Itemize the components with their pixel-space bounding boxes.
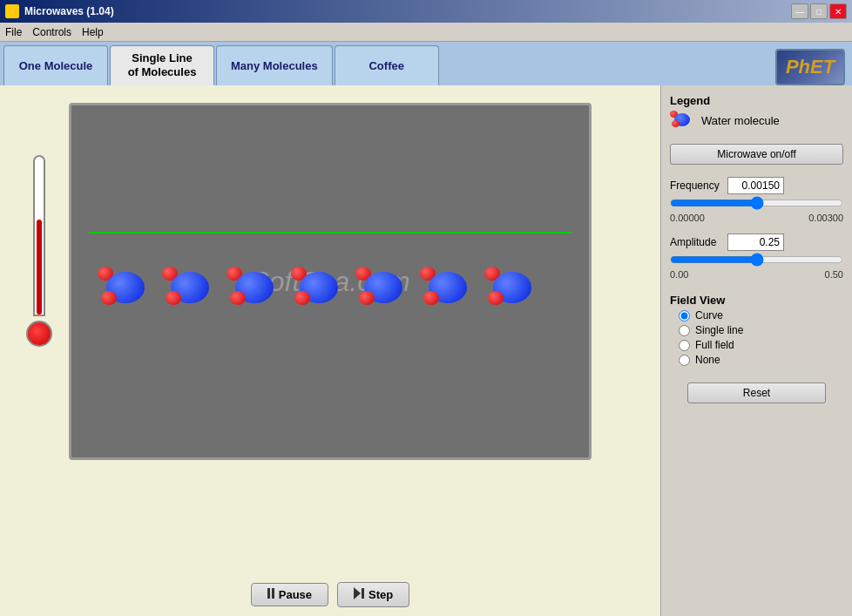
right-panel: Legend Water molecule Microwave on/off F… <box>660 85 852 616</box>
water-molecule-5 <box>355 267 411 308</box>
title-bar: ⚡ Microwaves (1.04) — □ ✕ <box>0 0 852 23</box>
frequency-section: Frequency 0.00000 0.00300 <box>670 175 843 225</box>
step-button[interactable]: Step <box>337 582 409 607</box>
bottom-controls: Pause Step <box>0 572 660 616</box>
step-label: Step <box>369 588 393 601</box>
water-molecule-6 <box>420 267 476 308</box>
field-view-label: Field View <box>670 294 843 307</box>
none-label[interactable]: None <box>695 354 720 366</box>
menu-help[interactable]: Help <box>82 26 104 38</box>
maximize-button[interactable]: □ <box>810 3 828 19</box>
tab-one-molecule[interactable]: One Molecule <box>3 45 108 85</box>
frequency-slider[interactable] <box>670 196 843 210</box>
single-line-label[interactable]: Single line <box>695 324 743 336</box>
legend-title: Legend <box>670 94 843 107</box>
hydrogen-atom <box>423 291 439 305</box>
window-title: Microwaves (1.04) <box>24 5 114 17</box>
thermometer-fill <box>37 220 42 315</box>
water-molecule-4 <box>291 267 347 308</box>
hydrogen-atom <box>488 291 504 305</box>
hydrogen-atom <box>101 291 117 305</box>
hydrogen-atom <box>230 291 246 305</box>
water-molecule-2 <box>162 267 218 308</box>
phet-logo: PhET <box>775 49 845 85</box>
tab-coffee[interactable]: Coffee <box>335 45 439 85</box>
thermometer-bulb <box>26 321 52 347</box>
tab-many-molecules[interactable]: Many Molecules <box>216 45 333 85</box>
field-option-full-field: Full field <box>670 339 843 351</box>
minimize-button[interactable]: — <box>791 3 808 19</box>
water-molecule-1 <box>98 267 153 308</box>
pause-label: Pause <box>279 588 312 601</box>
simulation-area: SoftSea.com <box>69 103 592 460</box>
field-option-single-line: Single line <box>670 324 843 336</box>
menu-file[interactable]: File <box>5 26 22 38</box>
legend-molecule-icon <box>670 111 694 130</box>
field-option-curve: Curve <box>670 309 843 322</box>
frequency-label: Frequency <box>670 179 722 192</box>
full-field-radio[interactable] <box>679 340 690 351</box>
freq-max-label: 0.00300 <box>808 213 843 223</box>
water-molecule-7 <box>484 267 540 308</box>
field-view-section: Field View Curve Single line Full field … <box>670 294 843 369</box>
molecules-row <box>98 267 540 308</box>
legend-molecule-label: Water molecule <box>701 114 780 127</box>
tab-single-line[interactable]: Single Lineof Molecules <box>110 45 214 85</box>
legend-molecule-row: Water molecule <box>670 111 843 130</box>
freq-min-label: 0.00000 <box>670 213 705 223</box>
reset-button[interactable]: Reset <box>687 382 826 403</box>
single-line-radio[interactable] <box>679 325 690 336</box>
hydrogen-atom <box>166 291 181 305</box>
pause-button[interactable]: Pause <box>251 583 328 606</box>
main-content: SoftSea.com <box>0 85 852 616</box>
tab-bar: One Molecule Single Lineof Molecules Man… <box>0 42 852 85</box>
thermometer <box>26 155 52 347</box>
pause-icon <box>267 588 274 601</box>
amplitude-label: Amplitude <box>670 236 722 248</box>
app-icon: ⚡ <box>5 4 19 18</box>
legend-hydrogen-2 <box>672 120 680 127</box>
amplitude-input[interactable] <box>727 234 784 251</box>
curve-label[interactable]: Curve <box>695 309 723 322</box>
hydrogen-atom <box>359 291 375 305</box>
curve-radio[interactable] <box>679 310 690 322</box>
amp-max-label: 0.50 <box>825 269 843 280</box>
field-option-none: None <box>670 354 843 366</box>
emission-line <box>89 232 571 234</box>
amp-min-label: 0.00 <box>670 269 688 280</box>
none-radio[interactable] <box>679 355 690 366</box>
step-icon <box>354 587 364 602</box>
menu-bar: File Controls Help <box>0 23 852 42</box>
microwave-toggle-button[interactable]: Microwave on/off <box>670 144 843 165</box>
amplitude-section: Amplitude 0.00 0.50 <box>670 232 843 281</box>
thermometer-tube <box>33 155 45 316</box>
water-molecule-3 <box>227 267 282 308</box>
hydrogen-atom <box>294 291 310 305</box>
amplitude-slider[interactable] <box>670 253 843 267</box>
legend-section: Legend Water molecule <box>670 94 843 133</box>
full-field-label[interactable]: Full field <box>695 339 734 351</box>
left-panel: SoftSea.com <box>0 85 660 616</box>
menu-controls[interactable]: Controls <box>32 26 71 38</box>
frequency-input[interactable] <box>727 177 784 194</box>
close-button[interactable]: ✕ <box>829 3 847 19</box>
